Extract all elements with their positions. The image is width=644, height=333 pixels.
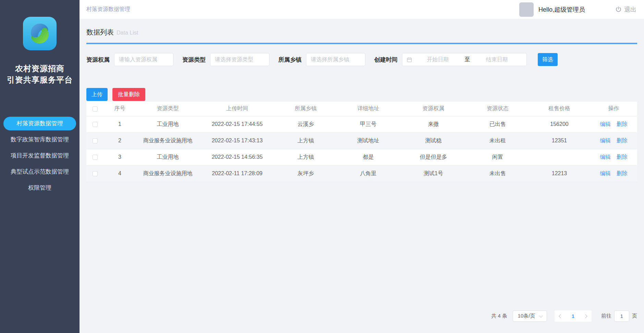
delete-link[interactable]: 删除 — [617, 121, 628, 127]
prev-page-icon[interactable] — [559, 314, 562, 318]
logout-button[interactable]: 退出 — [615, 5, 636, 14]
owner-input[interactable] — [114, 53, 173, 66]
date-separator: 至 — [463, 56, 472, 63]
page-size-value: 10条/页 — [518, 313, 535, 319]
app-logo-icon — [23, 16, 57, 51]
col-owner: 资源权属 — [400, 102, 467, 116]
filter-type: 资源类型 — [182, 53, 269, 66]
table-row: 3 工业用地 2022-02-15 14:56:35 上方镇 都是 但是但是多 … — [86, 149, 637, 165]
breadcrumb[interactable]: 村落资源数据管理 — [86, 6, 130, 13]
cell-seq: 3 — [104, 149, 136, 165]
calendar-icon — [406, 57, 412, 63]
start-date-placeholder[interactable]: 开始日期 — [412, 56, 463, 63]
cell-owner: 测试1号 — [400, 165, 467, 182]
batch-delete-button[interactable]: 批量删除 — [112, 88, 145, 101]
chevron-down-icon — [539, 313, 543, 317]
filter-owner: 资源权属 — [86, 53, 173, 66]
filter-date: 创建时间 开始日期 至 结束日期 — [374, 53, 527, 66]
sidebar-item-project-supervision[interactable]: 项目开发监督数据管理 — [0, 149, 80, 163]
edit-link[interactable]: 编辑 — [600, 121, 611, 127]
cell-address: 甲三号 — [337, 116, 400, 132]
sidebar: 农村资源招商 引资共享服务平台 村落资源数据管理 数字政策智库数据管理 项目开发… — [0, 0, 80, 333]
sidebar-menu: 村落资源数据管理 数字政策智库数据管理 项目开发监督数据管理 典型试点示范数据管… — [0, 117, 80, 195]
select-all-checkbox[interactable] — [93, 106, 98, 112]
data-table: 序号 资源类型 上传时间 所属乡镇 详细地址 资源权属 资源状态 租售价格 操作… — [86, 102, 637, 182]
page-title-row: 数据列表 Data List — [86, 19, 637, 37]
col-status: 资源状态 — [467, 102, 528, 116]
next-page-icon[interactable] — [583, 314, 587, 318]
filter-owner-label: 资源权属 — [86, 56, 110, 64]
title-divider — [86, 43, 637, 44]
filter-button[interactable]: 筛选 — [538, 53, 558, 66]
cell-owner: 测试稳 — [400, 132, 467, 149]
filter-date-label: 创建时间 — [374, 56, 398, 64]
current-page[interactable]: 1 — [572, 313, 574, 319]
delete-link[interactable]: 删除 — [617, 170, 628, 176]
table-header-row: 序号 资源类型 上传时间 所属乡镇 详细地址 资源权属 资源状态 租售价格 操作 — [86, 102, 637, 116]
cell-seq: 1 — [104, 116, 136, 132]
cell-town: 云溪乡 — [275, 116, 337, 132]
avatar[interactable] — [519, 2, 534, 17]
date-range-picker[interactable]: 开始日期 至 结束日期 — [402, 53, 527, 66]
row-checkbox[interactable] — [93, 138, 98, 143]
col-seq: 序号 — [104, 102, 136, 116]
cell-time: 2022-02-15 17:43:13 — [199, 132, 275, 149]
goto-label: 前往 — [601, 313, 611, 319]
page-unit-label: 页 — [632, 313, 637, 319]
cell-time: 2022-02-15 17:44:55 — [199, 116, 275, 132]
cell-type: 工业用地 — [136, 149, 199, 165]
sidebar-item-village-resources[interactable]: 村落资源数据管理 — [3, 117, 76, 130]
cell-type: 商业服务业设施用地 — [136, 165, 199, 182]
row-checkbox[interactable] — [93, 155, 98, 160]
sidebar-item-pilot-demo[interactable]: 典型试点示范数据管理 — [0, 165, 80, 179]
total-count: 共 4 条 — [491, 313, 507, 319]
pager: 1 — [555, 310, 592, 322]
col-actions: 操作 — [590, 102, 637, 116]
delete-link[interactable]: 删除 — [617, 138, 628, 143]
app-title-line1: 农村资源招商 — [0, 63, 80, 74]
toolbar: 上传 批量删除 — [86, 88, 637, 101]
cell-price — [528, 149, 590, 165]
cell-price: 156200 — [528, 116, 590, 132]
logout-label: 退出 — [624, 5, 636, 14]
cell-owner: 来撒 — [400, 116, 467, 132]
pagination: 共 4 条 10条/页 1 前往 页 — [491, 310, 637, 322]
col-town: 所属乡镇 — [275, 102, 337, 116]
col-address: 详细地址 — [337, 102, 400, 116]
town-select[interactable] — [306, 53, 365, 66]
main-content: 数据列表 Data List 资源权属 资源类型 所属乡镇 创建时间 开始日期 — [80, 19, 644, 333]
edit-link[interactable]: 编辑 — [600, 154, 611, 160]
filter-town: 所属乡镇 — [278, 53, 365, 66]
type-select[interactable] — [210, 53, 269, 66]
cell-seq: 4 — [104, 165, 136, 182]
cell-address: 八角里 — [337, 165, 400, 182]
cell-owner: 但是但是多 — [400, 149, 467, 165]
end-date-placeholder[interactable]: 结束日期 — [472, 56, 523, 63]
cell-town: 灰坪乡 — [275, 165, 337, 182]
cell-price: 12213 — [528, 165, 590, 182]
cell-status: 未出售 — [467, 165, 528, 182]
page-title: 数据列表 — [86, 28, 114, 37]
row-checkbox[interactable] — [93, 122, 98, 127]
sidebar-item-permissions[interactable]: 权限管理 — [0, 181, 80, 195]
page-subtitle: Data List — [117, 30, 138, 36]
cell-address: 都是 — [337, 149, 400, 165]
sidebar-item-digital-policy[interactable]: 数字政策智库数据管理 — [0, 133, 80, 146]
table-row: 2 商业服务业设施用地 2022-02-15 17:43:13 上方镇 测试地址… — [86, 132, 637, 149]
cell-type: 工业用地 — [136, 116, 199, 132]
cell-status: 闲置 — [467, 149, 528, 165]
cell-town: 上方镇 — [275, 149, 337, 165]
page-size-select[interactable]: 10条/页 — [513, 310, 547, 322]
cell-status: 已出售 — [467, 116, 528, 132]
app-title-line2: 引资共享服务平台 — [0, 74, 80, 86]
delete-link[interactable]: 删除 — [617, 154, 628, 160]
row-checkbox[interactable] — [93, 171, 98, 176]
edit-link[interactable]: 编辑 — [600, 170, 611, 176]
edit-link[interactable]: 编辑 — [600, 138, 611, 143]
table-row: 4 商业服务业设施用地 2022-02-11 17:28:09 灰坪乡 八角里 … — [86, 165, 637, 182]
col-type: 资源类型 — [136, 102, 199, 116]
goto-page-input[interactable] — [614, 310, 629, 322]
filter-town-label: 所属乡镇 — [278, 56, 302, 64]
power-icon — [615, 6, 622, 13]
upload-button[interactable]: 上传 — [86, 88, 108, 101]
